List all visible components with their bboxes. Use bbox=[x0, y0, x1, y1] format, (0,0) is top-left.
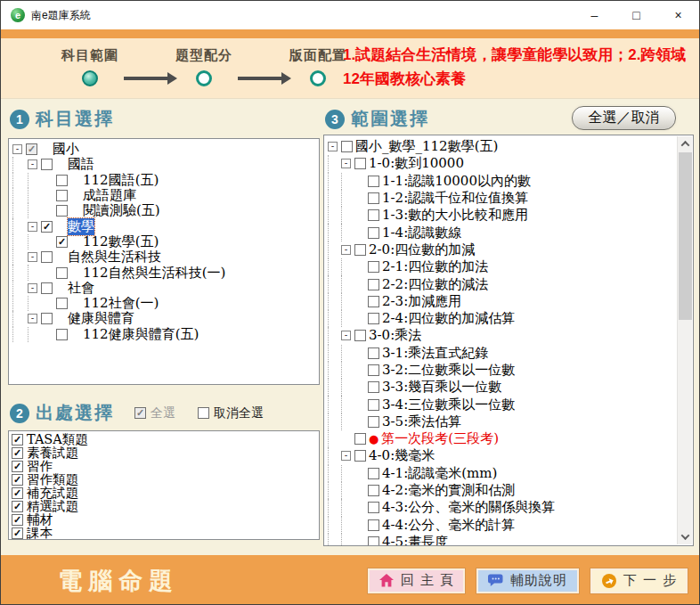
tree-node[interactable]: 2-1:四位數的加法 bbox=[324, 258, 677, 275]
tree-label[interactable]: 2-2:四位數的減法 bbox=[382, 276, 488, 293]
tree-label[interactable]: 數學 bbox=[68, 218, 94, 235]
help-button[interactable]: 輔助說明 bbox=[476, 568, 579, 593]
tree-label[interactable]: 1-0:數到10000 bbox=[369, 155, 464, 172]
tree-label[interactable]: 2-1:四位數的加法 bbox=[382, 258, 488, 275]
tree-checkbox[interactable] bbox=[56, 298, 68, 309]
tree-node[interactable]: 2-4:四位數的加減估算 bbox=[324, 310, 677, 327]
tree-label[interactable]: 閱讀測驗(五) bbox=[83, 202, 160, 219]
tree-label[interactable]: 4-5:畫長度 bbox=[382, 534, 448, 546]
tree-node[interactable]: 112自然與生活科技(一) bbox=[9, 265, 319, 280]
tree-node[interactable]: 4-4:公分、毫米的計算 bbox=[324, 517, 677, 534]
tree-checkbox[interactable] bbox=[56, 175, 68, 186]
source-item[interactable]: ✓精選試題 bbox=[9, 500, 319, 513]
tree-checkbox[interactable] bbox=[354, 433, 366, 445]
collapse-icon[interactable]: - bbox=[28, 252, 37, 262]
collapse-icon[interactable]: - bbox=[341, 451, 351, 461]
tree-node[interactable]: 4-3:公分、毫米的關係與換算 bbox=[324, 499, 677, 516]
select-all-toggle-button[interactable]: 全選／取消 bbox=[572, 106, 676, 130]
close-button[interactable]: × bbox=[657, 1, 699, 29]
tree-label[interactable]: 2-3:加減應用 bbox=[382, 293, 461, 310]
tree-label[interactable]: 4-2:毫米的實測和估測 bbox=[382, 482, 515, 499]
tree-label[interactable]: 4-0:幾毫米 bbox=[369, 447, 435, 464]
tree-node[interactable]: 1-1:認識10000以內的數 bbox=[324, 173, 677, 190]
collapse-icon[interactable]: - bbox=[328, 142, 338, 151]
tree-checkbox[interactable] bbox=[368, 485, 379, 496]
tree-checkbox[interactable] bbox=[354, 244, 366, 256]
tree-checkbox[interactable] bbox=[368, 416, 379, 428]
step-circle-icon[interactable] bbox=[196, 70, 212, 86]
deselect-all-checkbox[interactable] bbox=[198, 407, 209, 419]
tree-node[interactable]: 112國語(五) bbox=[9, 173, 319, 188]
tree-checkbox[interactable] bbox=[368, 192, 379, 204]
tree-node[interactable]: -2-0:四位數的加減 bbox=[324, 241, 677, 258]
tree-checkbox[interactable] bbox=[341, 141, 353, 152]
source-checkbox[interactable]: ✓ bbox=[12, 527, 23, 539]
minimize-button[interactable]: – bbox=[574, 1, 615, 29]
source-checkbox[interactable]: ✓ bbox=[12, 487, 23, 499]
tree-node[interactable]: -4-0:幾毫米 bbox=[324, 447, 677, 464]
tree-node[interactable]: 3-1:乘法直式紀錄 bbox=[324, 345, 677, 362]
collapse-icon[interactable]: - bbox=[28, 314, 37, 323]
scroll-up-button[interactable] bbox=[678, 136, 693, 151]
tree-node[interactable]: 4-2:毫米的實測和估測 bbox=[324, 482, 677, 499]
scrollbar[interactable] bbox=[677, 136, 692, 544]
tree-label[interactable]: 1-3:數的大小比較和應用 bbox=[382, 207, 528, 224]
tree-checkbox[interactable] bbox=[368, 261, 379, 273]
tree-node[interactable]: -國語 bbox=[9, 157, 319, 172]
tree-label[interactable]: 3-5:乘法估算 bbox=[382, 413, 461, 430]
scrollbar-thumb[interactable] bbox=[679, 152, 692, 320]
tree-node[interactable]: 1-3:數的大小比較和應用 bbox=[324, 207, 677, 224]
tree-label[interactable]: 第一次段考(三段考) bbox=[381, 430, 499, 447]
tree-node[interactable]: -自然與生活科技 bbox=[9, 249, 319, 265]
select-all-checkbox[interactable]: ✓ bbox=[134, 407, 146, 419]
tree-label[interactable]: 112自然與生活科技(一) bbox=[83, 265, 225, 282]
tree-checkbox[interactable] bbox=[368, 519, 379, 531]
collapse-icon[interactable]: - bbox=[28, 159, 37, 169]
source-checkbox[interactable]: ✓ bbox=[12, 447, 23, 459]
tree-label[interactable]: 國語 bbox=[68, 156, 94, 173]
tree-checkbox[interactable] bbox=[368, 313, 379, 324]
tree-node[interactable]: 成語題庫 bbox=[9, 188, 319, 203]
tree-node[interactable]: -國小_數學_112數學(五) bbox=[324, 138, 677, 155]
scroll-down-button[interactable] bbox=[678, 529, 693, 544]
select-all-option[interactable]: ✓ 全選 bbox=[134, 405, 175, 421]
tree-node[interactable]: 3-4:三位數乘以一位數 bbox=[324, 396, 677, 413]
tree-checkbox[interactable] bbox=[41, 251, 53, 263]
tree-checkbox[interactable] bbox=[368, 176, 379, 187]
tree-node[interactable]: -健康與體育 bbox=[9, 311, 319, 326]
source-checkbox[interactable]: ✓ bbox=[12, 501, 23, 512]
tree-checkbox[interactable] bbox=[56, 190, 68, 201]
tree-label[interactable]: 自然與生活科技 bbox=[68, 249, 161, 266]
step-circle-active-icon[interactable] bbox=[82, 70, 98, 86]
tree-label[interactable]: 112國語(五) bbox=[83, 172, 159, 189]
tree-node[interactable]: 112健康與體育(五) bbox=[9, 327, 319, 342]
tree-checkbox[interactable] bbox=[368, 347, 379, 359]
tree-node[interactable]: 3-5:乘法估算 bbox=[324, 413, 677, 430]
maximize-button[interactable]: □ bbox=[615, 1, 657, 29]
step-circle-icon[interactable] bbox=[310, 70, 326, 86]
source-checkbox[interactable]: ✓ bbox=[12, 514, 23, 526]
tree-label[interactable]: 4-4:公分、毫米的計算 bbox=[382, 517, 515, 534]
next-step-button[interactable]: 下一步 bbox=[590, 568, 688, 593]
tree-node[interactable]: 2-3:加減應用 bbox=[324, 293, 677, 310]
tree-label[interactable]: 112數學(五) bbox=[83, 233, 159, 250]
tree-label[interactable]: 2-0:四位數的加減 bbox=[369, 241, 475, 258]
source-item[interactable]: ✓課本 bbox=[9, 527, 319, 540]
step-question-allocation[interactable]: 題型配分 bbox=[175, 47, 232, 86]
tree-checkbox[interactable] bbox=[56, 205, 68, 217]
tree-node[interactable]: ●第一次段考(三段考) bbox=[324, 430, 677, 447]
tree-label[interactable]: 1-1:認識10000以內的數 bbox=[382, 173, 531, 190]
tree-label[interactable]: 4-1:認識毫米(mm) bbox=[382, 465, 497, 482]
tree-label[interactable]: 社會 bbox=[68, 280, 94, 297]
tree-node[interactable]: 閱讀測驗(五) bbox=[9, 203, 319, 218]
tree-checkbox[interactable] bbox=[56, 267, 68, 279]
collapse-icon[interactable]: - bbox=[28, 283, 37, 293]
tree-checkbox[interactable] bbox=[368, 502, 379, 513]
tree-label[interactable]: 3-0:乘法 bbox=[369, 327, 421, 344]
tree-node[interactable]: 4-1:認識毫米(mm) bbox=[324, 465, 677, 482]
tree-label[interactable]: 健康與體育 bbox=[68, 310, 134, 327]
tree-label[interactable]: 3-2:二位數乘以一位數 bbox=[382, 362, 515, 379]
tree-checkbox[interactable] bbox=[368, 227, 379, 239]
tree-node[interactable]: 4-5:畫長度 bbox=[324, 534, 677, 546]
tree-checkbox[interactable] bbox=[368, 468, 379, 479]
